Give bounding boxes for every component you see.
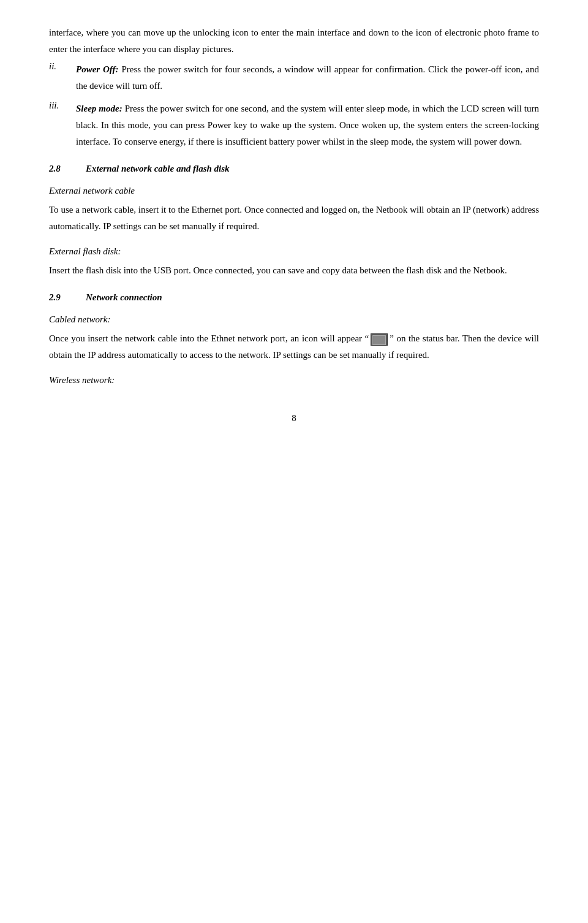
external-flash-text: Insert the flash disk into the USB port.…: [49, 262, 539, 279]
item-ii: ii. Power Off: Press the power switch fo…: [49, 61, 539, 94]
page: interface, where you can move up the unl…: [0, 0, 588, 923]
item-ii-heading-rest: Press the power switch for four seconds,…: [76, 64, 539, 91]
item-iii: iii. Sleep mode: Press the power switch …: [49, 101, 539, 150]
item-iii-content: Sleep mode: Press the power switch for o…: [76, 101, 539, 150]
item-iii-label: iii.: [49, 101, 76, 150]
section-2-8-number: 2.8: [49, 164, 74, 174]
external-cable-text: To use a network cable, insert it to the…: [49, 202, 539, 235]
cabled-network-heading: Cabled network:: [49, 311, 539, 328]
intro-paragraph: interface, where you can move up the unl…: [49, 25, 539, 58]
network-icon: [371, 333, 388, 346]
cabled-network-text: Once you insert the network cable into t…: [49, 330, 539, 363]
section-2-8-title: External network cable and flash disk: [86, 164, 230, 174]
section-2-9-header: 2.9 Network connection: [49, 292, 539, 303]
page-number: 8: [49, 413, 539, 424]
section-2-9-title: Network connection: [86, 292, 162, 303]
external-flash-heading: External flash disk:: [49, 243, 539, 260]
item-ii-heading: Power Off:: [76, 64, 119, 74]
section-2-8-header: 2.8 External network cable and flash dis…: [49, 164, 539, 174]
cabled-text-before-icon: Once you insert the network cable into t…: [49, 333, 369, 343]
item-ii-label: ii.: [49, 61, 76, 94]
wireless-network-heading: Wireless network:: [49, 372, 539, 389]
item-ii-content: Power Off: Press the power switch for fo…: [76, 61, 539, 94]
external-cable-heading: External network cable: [49, 183, 539, 199]
item-iii-heading: Sleep mode:: [76, 104, 123, 113]
section-2-9-number: 2.9: [49, 292, 74, 303]
item-iii-heading-rest: Press the power switch for one second, a…: [76, 104, 539, 146]
